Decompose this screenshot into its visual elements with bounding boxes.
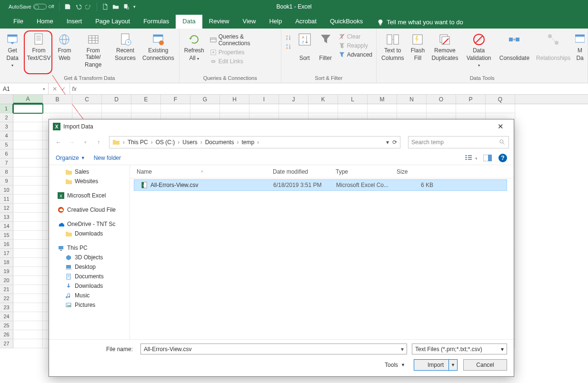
cell[interactable] — [102, 104, 131, 113]
recent-locations-button[interactable]: ▾ — [80, 137, 90, 147]
row-header[interactable]: 14 — [0, 222, 13, 231]
preview-pane-button[interactable] — [483, 155, 492, 161]
name-box[interactable]: A1▾ — [0, 83, 49, 94]
print-preview-icon[interactable] — [123, 3, 130, 10]
column-header[interactable]: Q — [486, 95, 515, 104]
cell[interactable] — [13, 240, 43, 249]
row-header[interactable]: 10 — [0, 186, 13, 195]
tree-item[interactable]: Websites — [49, 177, 130, 186]
row-header[interactable]: 11 — [0, 195, 13, 204]
cell[interactable] — [13, 177, 43, 186]
tree-item[interactable]: Sales — [49, 167, 130, 177]
tree-item[interactable]: 3D Objects — [49, 253, 130, 262]
data-validation-button[interactable]: DataValidation ▾ — [463, 30, 494, 70]
column-header[interactable]: L — [338, 95, 368, 104]
cell[interactable] — [13, 294, 43, 303]
column-header[interactable]: N — [397, 95, 427, 104]
row-header[interactable]: 2 — [0, 113, 13, 122]
cancel-button[interactable]: Cancel — [463, 359, 507, 371]
file-row[interactable]: X All-Errors-View.csv 6/18/2019 3:51 PM … — [134, 179, 507, 191]
undo-icon[interactable] — [75, 3, 81, 10]
column-header[interactable]: C — [72, 95, 102, 104]
queries-connections-button[interactable]: Queries & Connections — [209, 32, 278, 48]
row-header[interactable]: 20 — [0, 276, 13, 285]
tell-me-input[interactable]: Tell me what you want to do — [372, 16, 468, 29]
tab-view[interactable]: View — [236, 15, 262, 29]
remove-duplicates-button[interactable]: RemoveDuplicates — [429, 30, 460, 64]
fx-icon[interactable]: fx — [70, 83, 79, 94]
cell[interactable] — [368, 104, 397, 113]
column-header[interactable]: B — [43, 95, 72, 104]
from-table-range-button[interactable]: From Table/Range — [76, 30, 110, 70]
column-header[interactable]: O — [427, 95, 456, 104]
cell[interactable] — [13, 267, 43, 276]
tree-item[interactable]: This PC — [49, 243, 130, 253]
redo-icon[interactable] — [85, 3, 92, 10]
organize-menu[interactable]: Organize▼ — [56, 155, 85, 161]
tab-formulas[interactable]: Formulas — [137, 15, 176, 29]
cell[interactable] — [13, 312, 43, 321]
tree-item[interactable]: Pictures — [49, 300, 130, 310]
za-sort-button[interactable]: ZA — [284, 42, 293, 51]
tab-page-layout[interactable]: Page Layout — [89, 15, 137, 29]
cell[interactable] — [131, 104, 161, 113]
close-button[interactable]: ✕ — [491, 120, 510, 133]
row-header[interactable]: 6 — [0, 149, 13, 158]
column-header[interactable]: E — [131, 95, 161, 104]
row-header[interactable]: 21 — [0, 285, 13, 294]
save-icon[interactable] — [64, 3, 71, 10]
help-icon[interactable]: ? — [498, 154, 507, 162]
cell[interactable] — [220, 104, 249, 113]
cell[interactable] — [43, 104, 72, 113]
cell[interactable] — [427, 104, 456, 113]
cell[interactable] — [249, 104, 279, 113]
select-all-button[interactable] — [0, 95, 13, 104]
column-header[interactable]: H — [220, 95, 249, 104]
cell[interactable] — [13, 222, 43, 231]
text-to-columns-button[interactable]: Text toColumns — [379, 30, 406, 64]
cell[interactable] — [13, 339, 43, 348]
cell[interactable] — [13, 195, 43, 204]
breadcrumb-item[interactable]: OS (C:) — [156, 139, 175, 146]
cell[interactable] — [72, 104, 102, 113]
sort-button[interactable]: AZ Sort — [296, 30, 314, 64]
cell[interactable] — [13, 167, 43, 177]
breadcrumb-item[interactable]: Documents — [205, 139, 234, 146]
search-input[interactable]: Search temp — [408, 136, 509, 148]
column-header[interactable]: P — [456, 95, 486, 104]
column-header[interactable]: A — [13, 95, 43, 104]
row-header[interactable]: 19 — [0, 267, 13, 276]
tab-file[interactable]: File — [7, 15, 30, 29]
tree-item[interactable]: Documents — [49, 272, 130, 281]
az-sort-button[interactable]: AZ — [284, 33, 293, 42]
cell[interactable] — [338, 104, 368, 113]
row-header[interactable]: 17 — [0, 249, 13, 258]
row-header[interactable]: 1 — [0, 104, 13, 113]
row-header[interactable]: 27 — [0, 339, 13, 348]
cell[interactable] — [309, 104, 338, 113]
refresh-all-button[interactable]: RefreshAll ▾ — [182, 30, 206, 64]
navigation-tree[interactable]: SalesWebsitesXMicrosoft ExcelCreative Cl… — [49, 165, 130, 339]
column-header[interactable]: F — [161, 95, 190, 104]
cell[interactable] — [13, 330, 43, 339]
file-list[interactable]: Name ^ Date modified Type Size X All-Err… — [130, 165, 514, 339]
row-header[interactable]: 4 — [0, 131, 13, 140]
cell[interactable] — [13, 249, 43, 258]
forward-button[interactable]: → — [67, 137, 77, 147]
row-header[interactable]: 24 — [0, 312, 13, 321]
import-button[interactable]: Import▼ — [414, 359, 458, 371]
cell[interactable] — [486, 104, 515, 113]
cell[interactable] — [13, 231, 43, 240]
cell[interactable] — [190, 104, 220, 113]
file-list-header[interactable]: Name ^ Date modified Type Size — [130, 165, 514, 178]
cell[interactable] — [13, 158, 43, 167]
column-header[interactable]: I — [249, 95, 279, 104]
column-header[interactable]: D — [102, 95, 131, 104]
cell[interactable] — [279, 104, 309, 113]
new-folder-button[interactable]: New folder — [94, 155, 121, 161]
cell[interactable] — [456, 104, 486, 113]
cell[interactable] — [13, 140, 43, 149]
tab-insert[interactable]: Insert — [60, 15, 89, 29]
up-button[interactable]: ↑ — [94, 137, 103, 147]
breadcrumb-item[interactable]: Users — [182, 139, 197, 146]
